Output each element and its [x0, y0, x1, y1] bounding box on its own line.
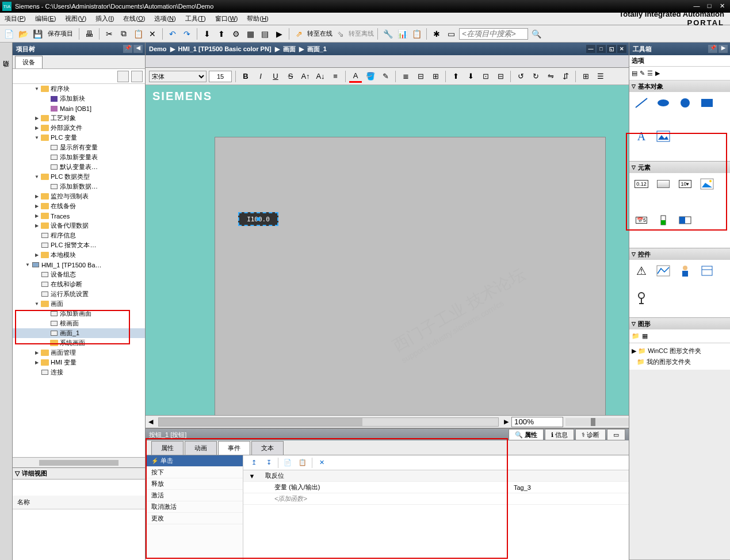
line-tool[interactable]	[633, 95, 650, 110]
copy-icon[interactable]: ⧉	[117, 28, 130, 40]
opt-tool-4[interactable]: ▶	[655, 70, 660, 77]
symbolic-io-tool[interactable]: 10▾	[677, 177, 694, 191]
insp-tab-properties[interactable]: 属性	[151, 441, 184, 455]
close-button[interactable]: ✕	[716, 2, 728, 10]
func-list1-icon[interactable]: 📄	[282, 457, 293, 469]
tb-c-icon[interactable]: 📋	[410, 28, 423, 40]
tree-node-27[interactable]: ▶画面管理	[13, 348, 145, 358]
menu-window[interactable]: 窗口(W)	[211, 14, 243, 23]
graphics-tool-b[interactable]: ▦	[642, 332, 648, 340]
menu-insert[interactable]: 插入(I)	[91, 14, 119, 23]
graphics-folder-mine[interactable]: 📁 我的图形文件夹	[632, 356, 728, 367]
event-3[interactable]: 激活	[146, 490, 243, 501]
scroll-left-icon[interactable]: ◀	[146, 418, 156, 425]
open-project-icon[interactable]: 📂	[17, 28, 29, 40]
bold-icon[interactable]: B	[239, 70, 252, 83]
tree-node-2[interactable]: Main [OB1]	[13, 103, 145, 113]
insp-tab-animations[interactable]: 动画	[185, 441, 217, 455]
tree-node-13[interactable]: ▶Traces	[13, 211, 145, 221]
circle-tool[interactable]	[677, 95, 694, 110]
tree-node-15[interactable]: 程序信息	[13, 231, 145, 240]
tree-node-26[interactable]: 系统画面	[13, 338, 145, 348]
simulate-icon[interactable]: ▶	[273, 28, 285, 40]
underline-icon[interactable]: U	[269, 70, 282, 83]
event-5[interactable]: 更改	[146, 513, 243, 524]
start-vtab[interactable]: 启动	[1, 66, 12, 79]
menu-options[interactable]: 选项(N)	[150, 14, 180, 23]
tree-node-20[interactable]: 在线和诊断	[13, 279, 145, 289]
font-size-input[interactable]	[209, 71, 232, 82]
event-4[interactable]: 取消激活	[146, 501, 243, 513]
insp-top-collapse-button[interactable]: ▭	[607, 429, 625, 440]
search-go-icon[interactable]: 🔍	[530, 28, 542, 40]
align-left-icon[interactable]: ≡	[329, 70, 342, 83]
tree-node-19[interactable]: 设备组态	[13, 270, 145, 279]
redo-icon[interactable]: ↷	[181, 28, 193, 40]
func-name[interactable]: 取反位	[261, 471, 514, 480]
tb-b-icon[interactable]: 📊	[396, 28, 408, 40]
delete-icon[interactable]: ✕	[146, 28, 159, 40]
tree-node-22[interactable]: ▼画面	[13, 299, 145, 309]
opt-tool-3[interactable]: ☰	[647, 70, 653, 77]
bar-tool[interactable]	[655, 213, 672, 228]
graphics-tool-a[interactable]: 📁	[632, 332, 640, 340]
menu-online[interactable]: 在线(O)	[119, 14, 150, 23]
go-online-label[interactable]: 转至在线	[307, 29, 332, 38]
tree-node-17[interactable]: ▶本地模块	[13, 250, 145, 260]
tb-a-icon[interactable]: 🔧	[381, 28, 394, 40]
devices-tab[interactable]: 设备	[15, 56, 43, 68]
rotate-left-icon[interactable]: ↺	[514, 70, 527, 83]
text-tool[interactable]: A	[633, 129, 650, 144]
image-tool[interactable]	[655, 129, 672, 144]
new-project-icon[interactable]: 📄	[2, 28, 15, 40]
zoom-slider[interactable]	[565, 418, 629, 426]
tree-node-21[interactable]: 运行系统设置	[13, 289, 145, 299]
maximize-button[interactable]: □	[704, 2, 715, 10]
panel-collapse-icon[interactable]: ◀	[133, 45, 143, 53]
tree-node-11[interactable]: ▶监控与强制表	[13, 191, 145, 201]
sm-client-tool[interactable]	[633, 291, 650, 306]
layers-icon[interactable]: ☰	[594, 70, 607, 83]
zoom-select[interactable]	[511, 417, 563, 427]
tree-node-0[interactable]: ▼程序块	[13, 84, 145, 94]
func-delete-icon[interactable]: ✕	[316, 457, 327, 469]
func-param-value[interactable]: Tag_3	[514, 484, 629, 491]
menu-edit[interactable]: 编辑(E)	[30, 14, 61, 23]
toolbox-collapse-icon[interactable]: ▶	[718, 45, 728, 53]
graphics-header[interactable]: ▽图形	[629, 318, 730, 329]
tree-node-1[interactable]: 添加新块	[13, 94, 145, 103]
func-expand-icon[interactable]: ▼	[243, 473, 261, 480]
dist-h-icon[interactable]: ⊞	[429, 70, 442, 83]
go-online-icon[interactable]: ⇗	[293, 28, 305, 40]
flip-v-icon[interactable]: ⇵	[559, 70, 572, 83]
upload-icon[interactable]: ⬆	[215, 28, 228, 40]
toolbox-pin-icon[interactable]: 📌	[708, 45, 717, 53]
opt-tool-1[interactable]: ▤	[632, 70, 637, 77]
controls-header[interactable]: ▽控件	[629, 248, 730, 260]
ungroup-icon[interactable]: ⊟	[494, 70, 507, 83]
cross-ref-icon[interactable]: ✱	[430, 28, 443, 40]
minimize-button[interactable]: —	[691, 2, 702, 10]
insp-top-info-tab[interactable]: ℹ信息	[545, 429, 574, 440]
tool5-icon[interactable]: ▤	[258, 28, 271, 40]
fill-color-icon[interactable]: 🪣	[364, 70, 377, 83]
event-1[interactable]: 按下	[146, 467, 243, 478]
tree-node-23[interactable]: 添加新画面	[13, 309, 145, 319]
ellipse-tool[interactable]	[655, 95, 672, 110]
user-view-tool[interactable]	[677, 263, 694, 278]
datetime-tool[interactable]: 📅5	[633, 213, 650, 228]
hmi-screen-canvas[interactable]: I100.0 西门子工业 技术论坛 support.industry.sieme…	[215, 137, 606, 415]
editor-maximize-button[interactable]: ◱	[607, 45, 616, 53]
basic-objects-header[interactable]: ▽基本对象	[629, 80, 730, 92]
insp-top-properties-tab[interactable]: 🔍属性	[509, 429, 544, 440]
send-back-icon[interactable]: ⬇	[464, 70, 477, 83]
paste-icon[interactable]: 📋	[132, 28, 144, 40]
halign-icon[interactable]: ≣	[399, 70, 412, 83]
strike-icon[interactable]: S	[284, 70, 297, 83]
tree-node-18[interactable]: ▼HMI_1 [TP1500 Ba…	[13, 260, 145, 270]
italic-icon[interactable]: I	[254, 70, 267, 83]
undo-icon[interactable]: ↶	[166, 28, 179, 40]
flip-h-icon[interactable]: ⇋	[544, 70, 557, 83]
graphic-io-tool[interactable]	[698, 177, 716, 191]
insp-top-diag-tab[interactable]: ⚕诊断	[575, 429, 606, 440]
